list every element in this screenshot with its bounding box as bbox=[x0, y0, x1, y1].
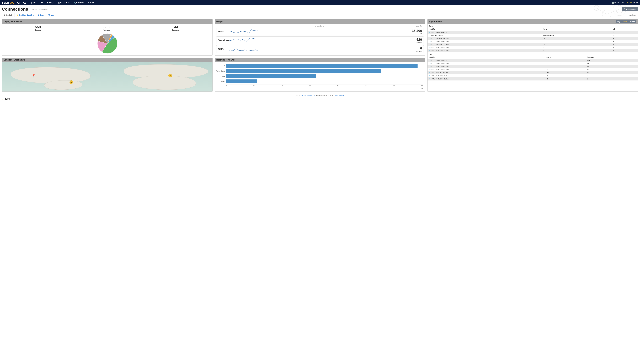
table-row[interactable]: 👁ICCID 8946204605100004T218 bbox=[427, 65, 638, 68]
footer: ©2017 Telit IoT Platforms, LLC. All righ… bbox=[0, 94, 640, 97]
svg-point-23 bbox=[236, 40, 236, 40]
nav-dashboards[interactable]: ▮Dashboards bbox=[31, 2, 43, 4]
table-row[interactable]: 👁ICCID 8946204604100121T222 bbox=[427, 31, 638, 34]
tab-cockpit[interactable]: ◉Cockpit bbox=[2, 13, 15, 17]
svg-point-46 bbox=[255, 50, 256, 50]
svg-point-36 bbox=[234, 50, 234, 51]
svg-point-10 bbox=[238, 32, 239, 33]
svg-point-30 bbox=[251, 39, 252, 39]
panel-roaming: Roaming (30 days) UKUnited StatesItalyIs… bbox=[215, 58, 425, 92]
roaming-bar[interactable]: Italy bbox=[226, 74, 423, 79]
panel-highrunners-title: High runners bbox=[429, 20, 442, 23]
svg-point-19 bbox=[257, 30, 258, 30]
roaming-bar[interactable]: Israel bbox=[226, 79, 423, 84]
usage-row-sms[interactable]: SMS 0Messages bbox=[216, 45, 424, 53]
svg-point-31 bbox=[253, 38, 254, 39]
stat-insession: 44In-session bbox=[172, 25, 180, 31]
stat-devices: 559Devices bbox=[35, 25, 41, 31]
search-wrap bbox=[31, 7, 95, 12]
table-row[interactable]: 👁ICCID 8946204604100121T2116 bbox=[427, 59, 638, 62]
nav-help[interactable]: ✿Help bbox=[88, 2, 94, 4]
bulk-change-button[interactable]: ✎Bulk change bbox=[622, 7, 638, 11]
seg-week[interactable]: Week bbox=[621, 20, 628, 23]
seg-day[interactable]: Day bbox=[616, 20, 621, 23]
antenna-icon: ☗ bbox=[47, 2, 48, 4]
eye-icon: 👁 bbox=[429, 34, 431, 36]
tab-table[interactable]: ▦Table bbox=[36, 13, 46, 17]
seg-month[interactable]: Month bbox=[628, 20, 636, 23]
usage-label: Data bbox=[218, 30, 230, 33]
actions-menu[interactable]: Actions ▼ bbox=[629, 13, 638, 17]
eye-icon: 👁 bbox=[429, 50, 431, 52]
brand-logo: TELIT IoT PORTAL bbox=[2, 1, 27, 4]
table-row[interactable]: 👁ICCID 893407617900708TME10 bbox=[427, 71, 638, 74]
svg-point-6 bbox=[230, 32, 230, 32]
roaming-bar[interactable]: UK bbox=[226, 63, 423, 68]
svg-point-14 bbox=[247, 32, 247, 32]
eye-icon: 👁 bbox=[429, 41, 431, 42]
table-row[interactable]: 👁ICCID 8946204604100020T218 bbox=[427, 62, 638, 65]
map[interactable]: 2014📍 bbox=[2, 62, 213, 92]
svg-point-32 bbox=[255, 39, 256, 39]
nav-developer[interactable]: 🔧Developer bbox=[74, 2, 84, 4]
tab-realtime[interactable]: ⚡Realtime (Last 5h) bbox=[15, 13, 36, 17]
tab-map[interactable]: 🗺Map bbox=[46, 13, 56, 17]
svg-point-35 bbox=[231, 50, 232, 51]
svg-point-21 bbox=[231, 40, 232, 40]
svg-point-3 bbox=[594, 5, 599, 10]
svg-point-40 bbox=[242, 50, 243, 51]
footer-company-link[interactable]: Telit IoT Platforms, LLC. bbox=[301, 95, 316, 96]
table-row[interactable]: 👁ICCID 8946204604100121T26 bbox=[427, 78, 638, 80]
svg-point-28 bbox=[247, 42, 247, 42]
usage-row-sessions[interactable]: Sessions 520Sessions bbox=[216, 36, 424, 44]
sparkline bbox=[230, 38, 409, 43]
search-input[interactable] bbox=[31, 7, 95, 12]
table-row[interactable]: 👁ICCID 8946204604100121T27 bbox=[427, 74, 638, 78]
page-header: Connections ✎Bulk change bbox=[0, 5, 640, 13]
hr-data-table: Identifier Carrier MB 👁ICCID 89462046041… bbox=[427, 28, 638, 52]
help-icon: ✿ bbox=[88, 2, 90, 4]
eye-icon: 👁 bbox=[429, 72, 431, 74]
svg-point-38 bbox=[238, 50, 239, 51]
panel-deployment-title: Deployment status bbox=[2, 19, 213, 24]
roaming-chart[interactable]: UKUnited StatesItalyIsrael05010015020025… bbox=[215, 62, 425, 92]
svg-point-24 bbox=[238, 39, 239, 40]
eye-icon: 👁 bbox=[429, 78, 431, 80]
settings-button[interactable]: ⚙ bbox=[622, 2, 624, 4]
usage-row-data[interactable]: Data 18.206MB bbox=[216, 28, 424, 36]
hr-sms-title: SMS bbox=[427, 52, 638, 56]
svg-point-34 bbox=[230, 50, 230, 51]
table-row[interactable]: 👁ICCID 8946204600100005T25 bbox=[427, 40, 638, 43]
col-carrier: Carrier bbox=[541, 28, 611, 31]
table-row[interactable]: 👁MEID A000005AB2Verizon Wireless22 bbox=[427, 34, 638, 37]
table-row[interactable]: 👁ICCID 8946204604100020T24 bbox=[427, 46, 638, 49]
eye-icon: 👁 bbox=[429, 63, 431, 64]
x-axis: 050100150200250300350 bbox=[226, 84, 423, 86]
gauge-icon: ◉ bbox=[4, 14, 5, 16]
table-row[interactable]: 👁ICCID 8901170425800394AT&T9 bbox=[427, 37, 638, 40]
table-row[interactable]: 👁ICCID 8901410327705599AT&T4 bbox=[427, 43, 638, 46]
table-row[interactable]: 👁ICCID 8946204604100001T24 bbox=[427, 49, 638, 52]
svg-point-11 bbox=[240, 31, 241, 32]
footer-status-link[interactable]: Status website bbox=[334, 95, 344, 96]
svg-point-39 bbox=[240, 50, 241, 51]
col-mb: MB bbox=[611, 28, 638, 31]
svg-point-45 bbox=[253, 50, 254, 51]
deployment-pie[interactable] bbox=[96, 32, 119, 54]
gear-icon: ⚙ bbox=[622, 2, 624, 4]
map-pin-icon: 📍 bbox=[32, 74, 36, 78]
stat-activated: 308Activated bbox=[103, 25, 110, 31]
svg-point-17 bbox=[253, 30, 254, 31]
panel-deployment: Deployment status 559Devices 308Activate… bbox=[2, 19, 213, 56]
svg-point-25 bbox=[240, 40, 241, 40]
map-marker[interactable]: 📍 bbox=[32, 74, 36, 78]
org-selector[interactable]: 🏢DEMO bbox=[612, 2, 619, 4]
svg-point-27 bbox=[244, 40, 245, 40]
nav-things[interactable]: ☗Things bbox=[47, 2, 55, 4]
bar-label: United States bbox=[215, 70, 226, 72]
table-row[interactable]: 👁ICCID 8946204604100000T210 bbox=[427, 68, 638, 71]
roaming-bar[interactable]: United States bbox=[226, 68, 423, 74]
nav-connections[interactable]: ((•))Connections bbox=[58, 2, 70, 4]
bar-chart-icon: ▮ bbox=[31, 2, 33, 4]
map-cluster[interactable]: 20 bbox=[70, 80, 73, 84]
